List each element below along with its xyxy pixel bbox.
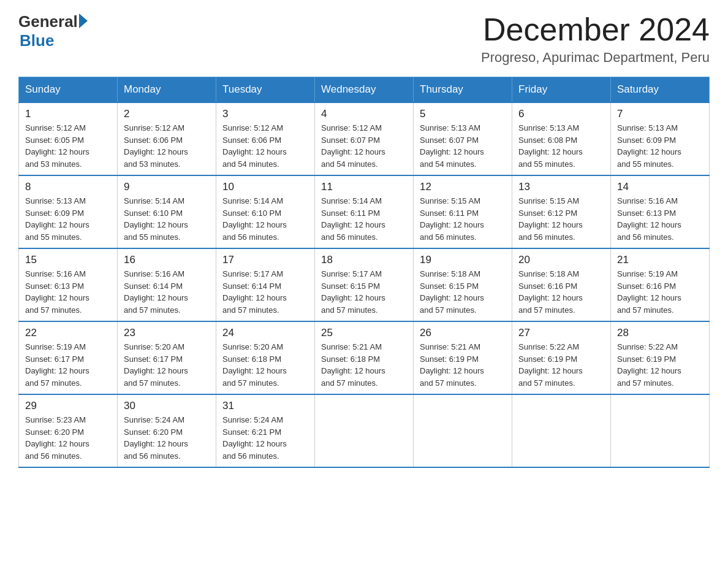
day-number: 2: [124, 108, 210, 120]
calendar-day-cell: 13 Sunrise: 5:15 AMSunset: 6:12 PMDaylig…: [512, 175, 611, 248]
calendar-week-row: 29 Sunrise: 5:23 AMSunset: 6:20 PMDaylig…: [19, 394, 710, 467]
logo: General Blue: [18, 12, 88, 50]
calendar-week-row: 1 Sunrise: 5:12 AMSunset: 6:05 PMDayligh…: [19, 102, 710, 175]
day-number: 31: [222, 400, 308, 412]
logo-general-text: General: [18, 12, 78, 31]
calendar-day-header: Thursday: [414, 77, 512, 103]
day-info: Sunrise: 5:19 AMSunset: 6:17 PMDaylight:…: [25, 342, 89, 388]
logo-arrow-icon: [79, 13, 88, 28]
day-number: 23: [124, 327, 210, 339]
day-number: 10: [222, 181, 308, 193]
day-info: Sunrise: 5:14 AMSunset: 6:11 PMDaylight:…: [321, 196, 385, 242]
calendar-day-cell: 2 Sunrise: 5:12 AMSunset: 6:06 PMDayligh…: [118, 102, 216, 175]
day-info: Sunrise: 5:22 AMSunset: 6:19 PMDaylight:…: [518, 342, 583, 388]
day-number: 6: [518, 108, 604, 120]
calendar-day-cell: 17 Sunrise: 5:17 AMSunset: 6:14 PMDaylig…: [216, 248, 315, 321]
day-info: Sunrise: 5:13 AMSunset: 6:08 PMDaylight:…: [518, 123, 583, 169]
calendar-day-cell: 27 Sunrise: 5:22 AMSunset: 6:19 PMDaylig…: [512, 321, 611, 394]
calendar-day-cell: 5 Sunrise: 5:13 AMSunset: 6:07 PMDayligh…: [414, 102, 512, 175]
day-number: 30: [124, 400, 210, 412]
calendar-day-cell: 10 Sunrise: 5:14 AMSunset: 6:10 PMDaylig…: [216, 175, 315, 248]
calendar-day-cell: 11 Sunrise: 5:14 AMSunset: 6:11 PMDaylig…: [315, 175, 414, 248]
day-number: 21: [617, 254, 703, 266]
title-block: December 2024 Progreso, Apurimac Departm…: [481, 12, 710, 66]
calendar-day-cell: 24 Sunrise: 5:20 AMSunset: 6:18 PMDaylig…: [216, 321, 315, 394]
day-info: Sunrise: 5:24 AMSunset: 6:21 PMDaylight:…: [222, 415, 287, 461]
calendar-week-row: 15 Sunrise: 5:16 AMSunset: 6:13 PMDaylig…: [19, 248, 710, 321]
calendar-day-header: Friday: [512, 77, 611, 103]
calendar-day-cell: 29 Sunrise: 5:23 AMSunset: 6:20 PMDaylig…: [19, 394, 118, 467]
calendar-day-cell: [414, 394, 512, 467]
calendar-day-cell: 9 Sunrise: 5:14 AMSunset: 6:10 PMDayligh…: [118, 175, 216, 248]
day-info: Sunrise: 5:21 AMSunset: 6:19 PMDaylight:…: [420, 342, 484, 388]
day-info: Sunrise: 5:13 AMSunset: 6:09 PMDaylight:…: [25, 196, 89, 242]
calendar-day-cell: 16 Sunrise: 5:16 AMSunset: 6:14 PMDaylig…: [118, 248, 216, 321]
calendar-day-header: Wednesday: [315, 77, 414, 103]
day-number: 4: [321, 108, 407, 120]
day-info: Sunrise: 5:18 AMSunset: 6:16 PMDaylight:…: [518, 269, 583, 315]
day-info: Sunrise: 5:21 AMSunset: 6:18 PMDaylight:…: [321, 342, 385, 388]
day-info: Sunrise: 5:20 AMSunset: 6:18 PMDaylight:…: [222, 342, 287, 388]
calendar-day-cell: 4 Sunrise: 5:12 AMSunset: 6:07 PMDayligh…: [315, 102, 414, 175]
day-info: Sunrise: 5:12 AMSunset: 6:07 PMDaylight:…: [321, 123, 385, 169]
day-info: Sunrise: 5:22 AMSunset: 6:19 PMDaylight:…: [617, 342, 681, 388]
day-number: 15: [25, 254, 111, 266]
calendar-day-cell: [611, 394, 710, 467]
day-info: Sunrise: 5:12 AMSunset: 6:06 PMDaylight:…: [222, 123, 287, 169]
day-info: Sunrise: 5:20 AMSunset: 6:17 PMDaylight:…: [124, 342, 188, 388]
calendar-day-cell: 21 Sunrise: 5:19 AMSunset: 6:16 PMDaylig…: [611, 248, 710, 321]
calendar-day-cell: 31 Sunrise: 5:24 AMSunset: 6:21 PMDaylig…: [216, 394, 315, 467]
calendar-day-cell: 25 Sunrise: 5:21 AMSunset: 6:18 PMDaylig…: [315, 321, 414, 394]
calendar-day-cell: 12 Sunrise: 5:15 AMSunset: 6:11 PMDaylig…: [414, 175, 512, 248]
day-info: Sunrise: 5:12 AMSunset: 6:06 PMDaylight:…: [124, 123, 188, 169]
calendar-day-cell: 19 Sunrise: 5:18 AMSunset: 6:15 PMDaylig…: [414, 248, 512, 321]
day-number: 12: [420, 181, 506, 193]
day-number: 7: [617, 108, 703, 120]
day-info: Sunrise: 5:15 AMSunset: 6:12 PMDaylight:…: [518, 196, 583, 242]
day-info: Sunrise: 5:16 AMSunset: 6:14 PMDaylight:…: [124, 269, 188, 315]
day-number: 17: [222, 254, 308, 266]
calendar-day-cell: 7 Sunrise: 5:13 AMSunset: 6:09 PMDayligh…: [611, 102, 710, 175]
day-number: 9: [124, 181, 210, 193]
day-info: Sunrise: 5:15 AMSunset: 6:11 PMDaylight:…: [420, 196, 484, 242]
day-number: 3: [222, 108, 308, 120]
calendar-day-cell: 1 Sunrise: 5:12 AMSunset: 6:05 PMDayligh…: [19, 102, 118, 175]
calendar-day-cell: 23 Sunrise: 5:20 AMSunset: 6:17 PMDaylig…: [118, 321, 216, 394]
calendar-week-row: 8 Sunrise: 5:13 AMSunset: 6:09 PMDayligh…: [19, 175, 710, 248]
day-info: Sunrise: 5:17 AMSunset: 6:15 PMDaylight:…: [321, 269, 385, 315]
month-title: December 2024: [481, 12, 710, 47]
day-number: 18: [321, 254, 407, 266]
day-number: 1: [25, 108, 111, 120]
location-subtitle: Progreso, Apurimac Department, Peru: [481, 50, 710, 66]
day-number: 27: [518, 327, 604, 339]
day-number: 24: [222, 327, 308, 339]
logo-blue-text: Blue: [20, 31, 54, 50]
day-info: Sunrise: 5:13 AMSunset: 6:07 PMDaylight:…: [420, 123, 484, 169]
day-info: Sunrise: 5:19 AMSunset: 6:16 PMDaylight:…: [617, 269, 681, 315]
calendar-day-cell: 3 Sunrise: 5:12 AMSunset: 6:06 PMDayligh…: [216, 102, 315, 175]
day-number: 25: [321, 327, 407, 339]
calendar-day-cell: 18 Sunrise: 5:17 AMSunset: 6:15 PMDaylig…: [315, 248, 414, 321]
calendar-day-cell: 22 Sunrise: 5:19 AMSunset: 6:17 PMDaylig…: [19, 321, 118, 394]
calendar-day-header: Sunday: [19, 77, 118, 103]
calendar-day-cell: [315, 394, 414, 467]
calendar-day-cell: 15 Sunrise: 5:16 AMSunset: 6:13 PMDaylig…: [19, 248, 118, 321]
day-info: Sunrise: 5:14 AMSunset: 6:10 PMDaylight:…: [222, 196, 287, 242]
day-number: 8: [25, 181, 111, 193]
day-number: 26: [420, 327, 506, 339]
page-header: General Blue December 2024 Progreso, Apu…: [18, 12, 710, 66]
calendar-day-cell: 30 Sunrise: 5:24 AMSunset: 6:20 PMDaylig…: [118, 394, 216, 467]
day-number: 13: [518, 181, 604, 193]
calendar-day-header: Tuesday: [216, 77, 315, 103]
day-number: 28: [617, 327, 703, 339]
day-number: 22: [25, 327, 111, 339]
calendar-header-row: SundayMondayTuesdayWednesdayThursdayFrid…: [19, 77, 710, 103]
day-info: Sunrise: 5:14 AMSunset: 6:10 PMDaylight:…: [124, 196, 188, 242]
calendar-day-cell: 6 Sunrise: 5:13 AMSunset: 6:08 PMDayligh…: [512, 102, 611, 175]
day-info: Sunrise: 5:16 AMSunset: 6:13 PMDaylight:…: [25, 269, 89, 315]
day-info: Sunrise: 5:24 AMSunset: 6:20 PMDaylight:…: [124, 415, 188, 461]
calendar-day-header: Monday: [118, 77, 216, 103]
calendar-day-cell: 8 Sunrise: 5:13 AMSunset: 6:09 PMDayligh…: [19, 175, 118, 248]
day-number: 29: [25, 400, 111, 412]
calendar-week-row: 22 Sunrise: 5:19 AMSunset: 6:17 PMDaylig…: [19, 321, 710, 394]
